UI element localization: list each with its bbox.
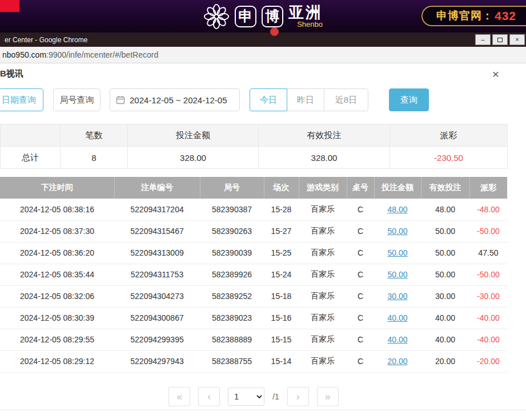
record-cell: C	[347, 242, 374, 264]
record-cell: C	[347, 264, 374, 285]
record-cell: 522094311753	[114, 264, 200, 285]
maximize-icon[interactable]	[492, 34, 508, 45]
record-cell: 百家乐	[299, 264, 347, 285]
brand-banner: 申 博 亚洲 Shenbo 申博官网： 432	[0, 0, 526, 33]
bet-amount-link[interactable]: 48.00	[387, 205, 407, 214]
bet-amount-link[interactable]: 50.00	[387, 248, 407, 257]
column-header: 局号	[200, 177, 264, 199]
record-cell: 15-28	[264, 199, 299, 220]
record-cell-valid: 30.00	[421, 285, 469, 307]
close-icon[interactable]: ×	[509, 34, 525, 45]
record-cell: 522094300867	[114, 307, 200, 329]
panel-close-icon[interactable]: ×	[492, 68, 499, 80]
summary-total-row: 总计 8 328.00 328.00 -230.50	[1, 147, 508, 169]
date-range-input[interactable]: 2024-12-05 ~ 2024-12-05	[110, 88, 240, 111]
record-row: 2024-12-05 08:38:16522094317204582390387…	[0, 199, 507, 220]
record-cell-payout: -50.00	[469, 264, 507, 285]
bet-amount-link[interactable]: 20.00	[387, 357, 407, 366]
record-cell: 15-27	[264, 220, 299, 242]
page-select[interactable]: 1	[228, 387, 264, 406]
record-cell: C	[347, 285, 374, 307]
record-cell-valid: 50.00	[421, 264, 469, 285]
record-cell-payout: -48.00	[469, 199, 507, 220]
summary-header-blank	[1, 124, 61, 147]
record-row: 2024-12-05 08:30:39522094300867582389023…	[0, 307, 507, 329]
record-cell: 2024-12-05 08:32:06	[0, 285, 114, 307]
record-cell: 2024-12-05 08:29:12	[0, 350, 114, 372]
date-range-value: 2024-12-05 ~ 2024-12-05	[130, 95, 227, 105]
official-site-badge: 申博官网： 432	[421, 6, 526, 26]
brand-seal-left: 申	[235, 6, 256, 27]
records-body: 2024-12-05 08:38:16522094317204582390387…	[0, 199, 507, 372]
quick-range-group: 今日 昨日 近8日	[250, 88, 368, 111]
record-cell-bet: 30.00	[374, 285, 421, 307]
record-cell: 15-18	[264, 285, 299, 307]
column-header: 投注金额	[374, 177, 421, 199]
summary-total-bet: 328.00	[128, 147, 259, 169]
bet-amount-link[interactable]: 30.00	[387, 292, 407, 301]
record-cell: C	[347, 329, 374, 350]
record-cell: 522094297943	[114, 350, 200, 372]
round-query-tab[interactable]: 局号查询	[53, 88, 101, 111]
record-cell: 582390387	[200, 199, 264, 220]
record-cell-valid: 48.00	[421, 199, 469, 220]
date-query-tab[interactable]: 日期查询	[0, 88, 43, 111]
bet-amount-link[interactable]: 40.00	[387, 313, 407, 322]
record-cell: 百家乐	[299, 329, 347, 350]
lotus-flower-icon	[203, 3, 230, 30]
bet-amount-link[interactable]: 40.00	[387, 335, 407, 344]
record-cell: 2024-12-05 08:38:16	[0, 199, 114, 220]
minimize-icon[interactable]: –	[475, 34, 491, 45]
yesterday-button[interactable]: 昨日	[287, 88, 324, 111]
record-cell-bet: 20.00	[374, 350, 421, 372]
today-button[interactable]: 今日	[250, 88, 287, 111]
record-cell: 百家乐	[299, 285, 347, 307]
records-header-row: 下注时间注单编号局号场次游戏类别桌号投注金额有效投注派彩	[0, 177, 507, 199]
record-cell: 15-24	[264, 264, 299, 285]
brand-region-text: 亚洲	[288, 5, 323, 21]
record-cell: 15-15	[264, 329, 299, 350]
record-cell: 2024-12-05 08:35:44	[0, 264, 114, 285]
record-cell: 百家乐	[299, 242, 347, 264]
column-header: 注单编号	[114, 177, 200, 199]
record-cell: 582389926	[200, 264, 264, 285]
record-cell: 百家乐	[299, 307, 347, 329]
record-cell: 15-16	[264, 307, 299, 329]
browser-address-bar[interactable]: nbo950.com:9900/infe/mcenter/#/betRecord	[0, 47, 526, 63]
summary-table: 笔数 投注金额 有效投注 派彩 总计 8 328.00 328.00 -230.…	[0, 124, 508, 169]
next-page-button[interactable]: ›	[287, 387, 309, 406]
browser-titlebar: er Center - Google Chrome – ×	[0, 33, 526, 47]
record-cell: 2024-12-05 08:36:20	[0, 242, 114, 264]
record-cell-payout: -20.00	[469, 350, 507, 372]
prev-page-button[interactable]: ‹	[198, 387, 220, 406]
record-cell-valid: 20.00	[421, 350, 469, 372]
bet-amount-link[interactable]: 50.00	[387, 227, 407, 236]
record-cell: 582388889	[200, 329, 264, 350]
last-page-button[interactable]: »	[317, 387, 339, 406]
search-button[interactable]: 查询	[389, 88, 429, 111]
url-text: nbo950.com:9900/infe/mcenter/#/betRecord	[2, 50, 158, 59]
official-site-number: 432	[495, 9, 516, 23]
bet-record-page: B视讯 × 日期查询 局号查询 2024-12-05 ~ 2024-12-05 …	[0, 63, 526, 406]
record-row: 2024-12-05 08:36:20522094313009582390039…	[0, 242, 507, 264]
record-cell: 522094304273	[114, 285, 200, 307]
record-cell: 百家乐	[299, 220, 347, 242]
record-cell: 582389023	[200, 307, 264, 329]
first-page-button[interactable]: «	[168, 387, 190, 406]
bet-amount-link[interactable]: 50.00	[387, 270, 407, 279]
record-row: 2024-12-05 08:37:30522094315467582390263…	[0, 220, 507, 242]
calendar-icon	[116, 95, 125, 104]
record-cell-payout: 47.50	[469, 242, 507, 264]
record-cell: 582388755	[200, 350, 264, 372]
record-cell-bet: 50.00	[374, 242, 421, 264]
last-8-days-button[interactable]: 近8日	[324, 88, 368, 111]
background-window-close-button[interactable]	[0, 0, 19, 12]
record-cell-payout: -30.00	[469, 285, 507, 307]
record-cell: C	[347, 199, 374, 220]
column-header: 场次	[264, 177, 299, 199]
records-table: 下注时间注单编号局号场次游戏类别桌号投注金额有效投注派彩 2024-12-05 …	[0, 177, 507, 373]
page-total-label: /1	[272, 392, 279, 401]
window-title: er Center - Google Chrome	[5, 36, 87, 44]
column-header: 桌号	[347, 177, 374, 199]
record-cell: 582390039	[200, 242, 264, 264]
